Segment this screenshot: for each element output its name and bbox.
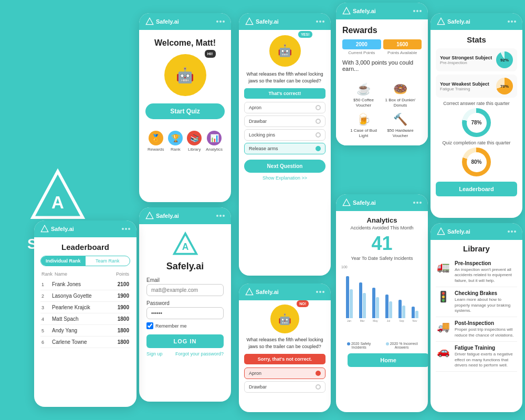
leaderboard-button[interactable]: Leaderboard <box>436 182 517 196</box>
library-header: Safely.ai <box>430 223 522 240</box>
library-header-logo: Safely.ai <box>437 227 470 236</box>
wrong-banner: Sorry, that's not correct. <box>244 354 326 364</box>
correct-banner: That's correct! <box>244 88 326 99</box>
strongest-sub: Pre-Inspection <box>440 60 492 65</box>
available-points: 1600 <box>383 39 422 49</box>
speech-hi: HI! <box>205 50 216 58</box>
leaderboard-header: Safely.ai <box>34 220 136 237</box>
login-links: Sign up Forgot your password? <box>146 351 224 356</box>
forgot-link[interactable]: Forgot your password? <box>175 351 224 356</box>
login-button[interactable]: LOG IN <box>146 334 224 348</box>
bar-jan: Jan <box>343 276 355 322</box>
leaderboard-dots <box>122 228 130 230</box>
bar-jul: Jul <box>383 295 394 322</box>
login-header-logo: Safely.ai <box>145 212 179 220</box>
home-button[interactable]: Home <box>348 353 428 367</box>
leaderboard-title: Leaderboard <box>40 243 130 251</box>
nav-library[interactable]: 📚 Library <box>187 131 202 152</box>
svg-marker-8 <box>343 7 350 14</box>
strongest-subject-card: Your Strongest Subject Pre-Inspection 92… <box>436 48 517 71</box>
answer-apron[interactable]: Apron <box>244 102 326 113</box>
table-row: 2 Lasonya Goyette 1900 <box>40 290 130 302</box>
show-explanation[interactable]: Show Explanation >> <box>244 175 326 181</box>
current-points: 2000 <box>342 39 381 49</box>
bar-nov: Nov <box>409 307 421 322</box>
library-title: Library <box>436 244 517 253</box>
quiz-rate-value: 80% <box>467 152 487 172</box>
login-form: Email Password Remember me LOG IN Sign u… <box>146 277 224 356</box>
tab-team[interactable]: Team Rank <box>86 256 130 266</box>
strongest-pct: 92% <box>496 51 513 68</box>
bar-mar: Mar <box>356 282 368 322</box>
analytics-header: Safely.ai <box>336 194 428 211</box>
bar-may: May <box>370 288 381 322</box>
library-item-fatigue-training[interactable]: 🚗 Fatigue Training Driver fatigue exerts… <box>436 342 517 372</box>
correct-rate-label: Correct answer rate this quarter <box>436 101 517 106</box>
svg-marker-6 <box>246 18 253 24</box>
rewards-header: Safely.ai <box>336 3 428 19</box>
nav-rank[interactable]: 🏆 Rank <box>168 131 183 152</box>
library-dots <box>508 230 516 233</box>
tab-individual[interactable]: Individual Rank <box>41 256 86 266</box>
weakest-subject-card: Your Weakest Subject Fatigue Training 70… <box>436 75 517 98</box>
next-question-button[interactable]: Next Question <box>244 160 326 173</box>
nav-rewards[interactable]: 🏅 Rewards <box>148 131 164 152</box>
quiz-correct-content: 🤖 YES! What releases the fifth wheel loc… <box>239 30 331 186</box>
stats-header-logo: Safely.ai <box>437 17 470 26</box>
library-item-checking-brakes[interactable]: 🚦 Checking Brakes Learn more about how t… <box>436 287 517 317</box>
welcome-content: Welcome, Matt! 🤖 HI! Start Quiz 🏅 Reward… <box>139 30 231 160</box>
weakest-sub: Fatigue Training <box>440 87 489 91</box>
answer-release-arms[interactable]: Release arms <box>244 143 326 154</box>
earn-text: With 3,000 points you could earn... <box>342 59 422 72</box>
quiz-correct-dots <box>316 20 324 23</box>
quiz-rate-chart: 80% <box>436 148 517 176</box>
rewards-dots <box>413 10 422 12</box>
lb-header: Rank Name Points <box>40 271 130 277</box>
table-row: 6 Carlene Towne 1800 <box>40 337 130 348</box>
svg-text:A: A <box>182 242 188 252</box>
analytics-content: Analytics Accidents Avoided This Month 4… <box>336 211 428 377</box>
svg-text:A: A <box>51 193 64 212</box>
bar-sep: Sep <box>396 300 407 322</box>
phone-analytics: Safely.ai Analytics Accidents Avoided Th… <box>336 194 428 412</box>
library-content: Library 🚛 Pre-Inspection An inspection w… <box>430 240 522 376</box>
quiz-rate-label: Quiz completion rate this quarter <box>436 140 517 145</box>
library-item-post-inspection[interactable]: 🚚 Post-Inspection Proper post trip inspe… <box>436 317 517 342</box>
login-header: Safely.ai <box>139 207 231 224</box>
welcome-header-logo: Safely.ai <box>145 17 179 26</box>
analytics-header-logo: Safely.ai <box>342 198 376 207</box>
library-item-pre-inspection[interactable]: 🚛 Pre-Inspection An inspection won't pre… <box>436 257 517 287</box>
reward-beer: 🍺 1 Case of Bud Light <box>348 113 380 139</box>
rewards-header-logo: Safely.ai <box>342 7 376 15</box>
chart-area: 100 Jan Mar <box>341 265 423 339</box>
analytics-title: Analytics <box>341 216 423 224</box>
answer-wrong-apron[interactable]: Apron <box>244 368 326 379</box>
answer-locking-pins[interactable]: Locking pins <box>244 129 326 141</box>
password-input[interactable] <box>146 307 224 319</box>
leaderboard-content: Leaderboard Individual Rank Team Rank Ra… <box>34 237 136 353</box>
bar-chart: Jan Mar May <box>341 270 423 322</box>
answer-wrong-drawbar[interactable]: Drawbar <box>244 381 326 393</box>
remember-checkbox[interactable] <box>146 322 153 329</box>
robot-welcome: 🤖 HI! <box>164 54 206 96</box>
start-quiz-button[interactable]: Start Quiz <box>145 103 225 119</box>
answer-drawbar[interactable]: Drawbar <box>244 116 326 127</box>
quiz-robot-wrong: 🤖 NO! <box>270 304 299 333</box>
speech-yes: YES! <box>298 31 312 38</box>
strongest-label: Your Strongest Subject <box>440 55 492 60</box>
svg-marker-11 <box>437 18 445 24</box>
phone-stats: Safely.ai Stats Your Strongest Subject P… <box>430 13 522 218</box>
accidents-number: 41 <box>341 233 423 255</box>
weakest-label: Your Weakest Subject <box>440 81 489 87</box>
nav-analytics[interactable]: 📊 Analytics <box>206 131 223 152</box>
table-row: 3 Pearlene Krajcik 1900 <box>40 302 130 313</box>
rewards-title: Rewards <box>342 26 422 35</box>
svg-marker-3 <box>146 212 153 218</box>
quiz-correct-header: Safely.ai <box>239 13 331 30</box>
email-input[interactable] <box>146 284 224 296</box>
speech-no: NO! <box>297 300 309 307</box>
quiz-wrong-header: Safely.ai <box>239 284 331 300</box>
signup-link[interactable]: Sign up <box>146 351 163 356</box>
points-bar: 2000 1600 <box>342 39 422 49</box>
leaderboard-header-logo: Safely.ai <box>40 225 74 233</box>
